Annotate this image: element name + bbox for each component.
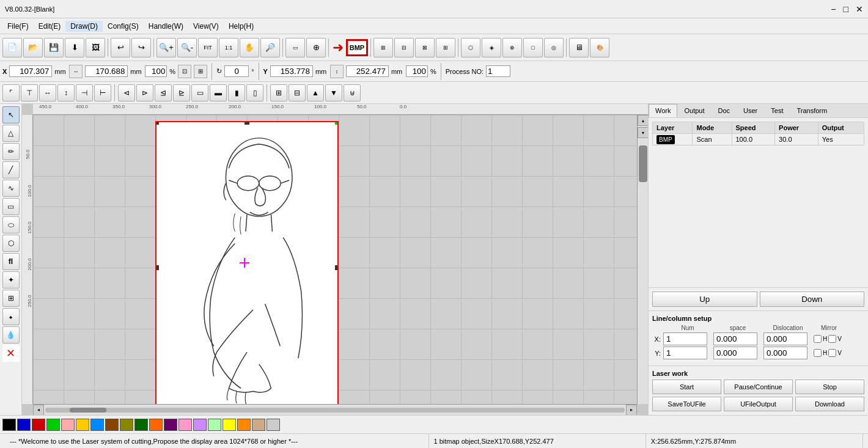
fill-tool[interactable]: ⬥: [2, 308, 20, 325]
crosshair-button[interactable]: ⊕: [306, 38, 326, 57]
color-darkgreen[interactable]: [134, 419, 148, 431]
down-button[interactable]: Down: [760, 292, 865, 307]
same-width[interactable]: ▮: [228, 84, 245, 101]
monitor-button[interactable]: 🖥: [569, 38, 589, 57]
group-btn[interactable]: ⊞: [270, 84, 287, 101]
zoom-in-button[interactable]: 🔍+: [156, 38, 176, 57]
tool-b[interactable]: ⊟: [394, 38, 414, 57]
import-button[interactable]: ⬇: [65, 38, 84, 57]
x-pct-input[interactable]: [145, 65, 167, 77]
scroll-right-btn[interactable]: ▸: [626, 405, 637, 416]
color-blue[interactable]: [17, 419, 31, 431]
align-center[interactable]: ⊳: [136, 84, 153, 101]
menu-handle[interactable]: Handle(W): [144, 21, 188, 32]
scroll-down-btn[interactable]: ▾: [638, 127, 648, 138]
y-pos-input[interactable]: [270, 65, 313, 77]
y-pct-input[interactable]: [406, 65, 428, 77]
y-mirror-v-check[interactable]: [828, 349, 836, 357]
ellipse-tool[interactable]: ⬭: [2, 216, 20, 233]
align-tl[interactable]: ⌜: [2, 84, 20, 101]
color-yellow[interactable]: [76, 419, 89, 431]
export-button[interactable]: 🖼: [86, 38, 105, 57]
node-tool[interactable]: △: [2, 125, 20, 142]
delete-tool[interactable]: ✕: [2, 345, 20, 362]
color-amber[interactable]: [237, 419, 251, 431]
tab-test[interactable]: Test: [764, 104, 790, 117]
color-tan[interactable]: [252, 419, 265, 431]
zoom-out-button[interactable]: 🔍-: [177, 38, 197, 57]
front-btn[interactable]: ▲: [307, 84, 324, 101]
redo-button[interactable]: ↪: [131, 38, 151, 57]
line-tool[interactable]: ╱: [2, 161, 20, 178]
lock-ratio-icon[interactable]: ⊡: [178, 65, 191, 78]
combine-btn[interactable]: ⊎: [344, 84, 361, 101]
tab-doc[interactable]: Doc: [712, 104, 737, 117]
up-button[interactable]: Up: [652, 292, 757, 307]
y-mirror-v-label[interactable]: V: [828, 349, 842, 357]
y-mirror-h-check[interactable]: [814, 349, 822, 357]
eyedrop-tool[interactable]: 💧: [2, 326, 20, 343]
tool-a[interactable]: ⊞: [373, 38, 393, 57]
grid-icon[interactable]: ⊞: [194, 65, 207, 78]
color-olive[interactable]: [120, 419, 133, 431]
grid-tool[interactable]: ⊞: [2, 290, 20, 307]
tool-e[interactable]: ⬡: [461, 38, 480, 57]
work-canvas[interactable]: [155, 121, 339, 404]
tool-h[interactable]: □: [523, 38, 543, 57]
y-space-input[interactable]: [713, 347, 757, 359]
color-lightpink[interactable]: [61, 419, 75, 431]
color-lightgreen[interactable]: [208, 419, 221, 431]
new-button[interactable]: 📄: [2, 38, 22, 57]
color-orange[interactable]: [149, 419, 163, 431]
tool-c[interactable]: ⊠: [415, 38, 435, 57]
back-btn[interactable]: ▼: [325, 84, 342, 101]
ufile-output-button[interactable]: UFileOutput: [724, 397, 793, 411]
stop-button[interactable]: Stop: [795, 380, 864, 394]
canvas-content[interactable]: [33, 115, 637, 404]
tab-output[interactable]: Output: [677, 104, 711, 117]
minimize-button[interactable]: −: [831, 4, 836, 14]
x-disloc-input[interactable]: [763, 332, 807, 345]
start-button[interactable]: Start: [652, 380, 721, 394]
rotate-input[interactable]: [224, 65, 249, 77]
menu-edit[interactable]: Edit(E): [34, 21, 66, 32]
align-right[interactable]: ⊴: [155, 84, 172, 101]
open-button[interactable]: 📂: [23, 38, 43, 57]
color-black[interactable]: [2, 419, 16, 431]
color-skyblue[interactable]: [90, 419, 104, 431]
table-row[interactable]: BMP Scan 100.0 30.0 Yes: [653, 134, 864, 145]
save-to-ufile-button[interactable]: SaveToUFile: [652, 397, 721, 411]
tool-g[interactable]: ⊕: [502, 38, 522, 57]
color-button[interactable]: 🎨: [590, 38, 609, 57]
undo-button[interactable]: ↩: [111, 38, 130, 57]
color-purple[interactable]: [164, 419, 177, 431]
color-brown[interactable]: [105, 419, 119, 431]
v-scrollbar[interactable]: ▴ ▾: [637, 115, 648, 404]
y-size-input[interactable]: [346, 65, 389, 77]
scroll-h-track[interactable]: [45, 408, 625, 413]
menu-view[interactable]: View(V): [188, 21, 224, 32]
same-height[interactable]: ▯: [246, 84, 263, 101]
tool-d[interactable]: ⊞: [436, 38, 455, 57]
scroll-up-btn[interactable]: ▴: [638, 115, 648, 126]
align-top[interactable]: ⊵: [173, 84, 190, 101]
x-mirror-h-label[interactable]: H: [814, 335, 827, 343]
y-link-icon[interactable]: ↕: [330, 65, 344, 78]
menu-file[interactable]: File(F): [2, 21, 34, 32]
tool-f[interactable]: ◈: [482, 38, 501, 57]
align-left[interactable]: ⊲: [118, 84, 135, 101]
y-mirror-h-label[interactable]: H: [814, 349, 827, 357]
x-size-input[interactable]: [85, 65, 128, 77]
window-controls[interactable]: − □ ✕: [831, 4, 863, 14]
align-bc[interactable]: ↕: [57, 84, 75, 101]
bmp-button[interactable]: BMP: [346, 39, 368, 56]
pen-tool[interactable]: ✏: [2, 143, 20, 160]
menu-help[interactable]: Help(H): [224, 21, 259, 32]
y-num-input[interactable]: [663, 347, 707, 359]
color-brightyellow[interactable]: [223, 419, 236, 431]
x-mirror-h-check[interactable]: [814, 335, 822, 343]
rect-tool[interactable]: ▭: [2, 198, 20, 215]
search-button[interactable]: 🔎: [260, 38, 280, 57]
tab-work[interactable]: Work: [649, 104, 677, 117]
ungroup-btn[interactable]: ⊟: [289, 84, 306, 101]
